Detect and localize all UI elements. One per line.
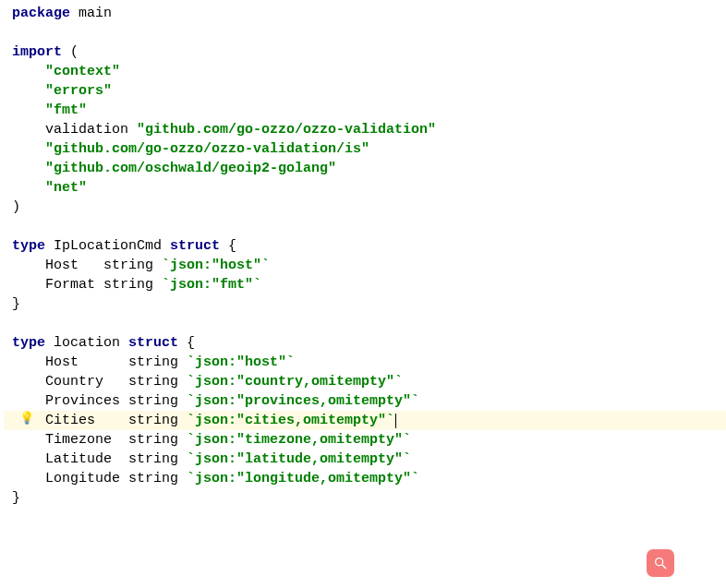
keyword: import [12, 44, 62, 60]
field-decl: Provinces string [45, 393, 187, 409]
code-line: "github.com/oschwald/geoip2-golang" [4, 159, 726, 178]
paren: ( [62, 44, 79, 60]
code-line-blank [4, 217, 726, 236]
code-line: Latitude string `json:"latitude,omitempt… [4, 450, 726, 469]
struct-tag: `json:"cities,omitempty"` [187, 413, 394, 428]
code-line: Timezone string `json:"timezone,omitempt… [4, 430, 726, 450]
code-line-blank [4, 23, 726, 42]
field-decl: Cities string [45, 413, 187, 428]
struct-tag: `json:"longitude,omitempty"` [187, 471, 419, 486]
struct-tag: `json:"country,omitempty"` [187, 374, 403, 390]
keyword: type [12, 238, 45, 254]
intention-bulb-icon[interactable]: 💡 [19, 411, 34, 427]
field-decl: Host string [45, 354, 187, 370]
identifier: IpLocationCmd [45, 238, 170, 254]
code-line: } [4, 294, 726, 314]
keyword: struct [170, 238, 220, 254]
text-cursor [395, 414, 396, 428]
code-line: "errors" [4, 81, 726, 101]
keyword: struct [128, 335, 178, 351]
struct-tag: `json:"host"` [187, 354, 295, 370]
struct-tag: `json:"provinces,omitempty"` [187, 393, 419, 409]
code-line: ) [4, 198, 726, 217]
field-decl: Timezone string [45, 432, 187, 448]
code-line: package main [4, 4, 726, 23]
code-line: Longitude string `json:"longitude,omitem… [4, 469, 726, 488]
field-decl: Format string [45, 277, 162, 293]
code-line: "fmt" [4, 101, 726, 120]
struct-tag: `json:"fmt"` [162, 277, 261, 293]
string-literal: "net" [45, 180, 87, 196]
string-literal: "fmt" [45, 102, 87, 118]
string-literal: "context" [45, 64, 120, 79]
brace: } [12, 490, 20, 506]
code-line: Host string `json:"host"` [4, 256, 726, 275]
brace: { [220, 238, 236, 254]
code-line: validation "github.com/go-ozzo/ozzo-vali… [4, 120, 726, 139]
struct-tag: `json:"host"` [162, 258, 270, 273]
keyword: type [12, 335, 45, 351]
string-literal: "errors" [45, 83, 112, 99]
field-decl: Latitude string [45, 451, 187, 467]
struct-tag: `json:"latitude,omitempty"` [187, 451, 411, 467]
brace: { [178, 335, 195, 351]
code-line-active: 💡 Cities string `json:"cities,omitempty"… [4, 411, 726, 430]
code-line-blank [4, 314, 726, 333]
field-decl: Longitude string [45, 471, 187, 486]
brace: } [12, 296, 20, 312]
code-editor[interactable]: package main import ( "context" "errors"… [0, 0, 726, 511]
code-line: Host string `json:"host"` [4, 353, 726, 372]
keyword: package [12, 6, 70, 21]
code-line: Provinces string `json:"provinces,omitem… [4, 391, 726, 411]
code-line: type IpLocationCmd struct { [4, 236, 726, 256]
paren: ) [12, 199, 20, 215]
code-line: type location struct { [4, 333, 726, 353]
string-literal: "github.com/go-ozzo/ozzo-validation" [137, 122, 436, 138]
code-line: } [4, 488, 726, 508]
code-line: "net" [4, 178, 726, 198]
identifier: main [70, 6, 112, 21]
code-line: "github.com/go-ozzo/ozzo-validation/is" [4, 139, 726, 159]
field-decl: Country string [45, 374, 187, 390]
string-literal: "github.com/go-ozzo/ozzo-validation/is" [45, 141, 369, 157]
field-decl: Host string [45, 258, 162, 273]
string-literal: "github.com/oschwald/geoip2-golang" [45, 161, 336, 176]
code-line: Format string `json:"fmt"` [4, 275, 726, 294]
identifier: location [45, 335, 128, 351]
identifier: validation [45, 122, 137, 138]
code-line: import ( [4, 42, 726, 62]
struct-tag: `json:"timezone,omitempty"` [187, 432, 411, 448]
code-line: Country string `json:"country,omitempty"… [4, 372, 726, 391]
code-line: "context" [4, 62, 726, 81]
